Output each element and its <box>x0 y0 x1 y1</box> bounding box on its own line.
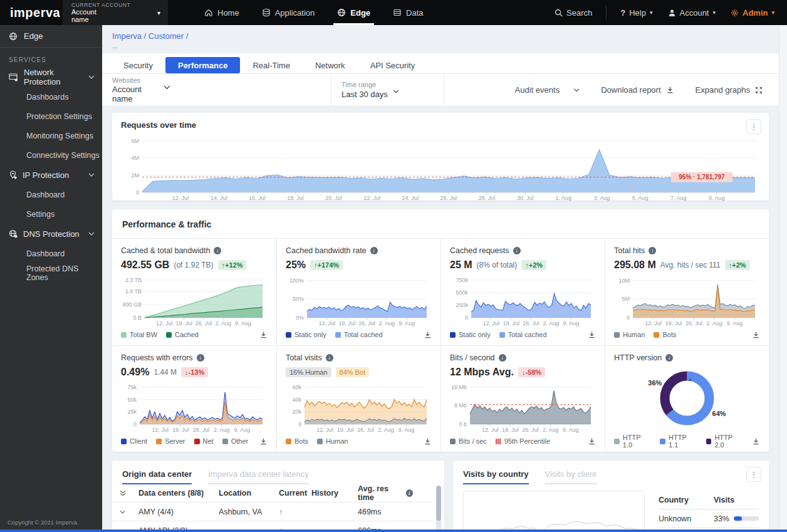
info-icon[interactable]: i <box>370 247 378 254</box>
legend-human[interactable]: Human <box>317 437 348 445</box>
download-icon[interactable] <box>588 331 596 339</box>
download-icon[interactable] <box>588 437 596 446</box>
sidebar-group-dns-protection[interactable]: DNS Protection <box>0 224 102 244</box>
legend-static-only[interactable]: Static only <box>286 331 326 338</box>
card-bits-per-second: Bits / secondi 12 Mbps Avg.↓-58% 0 b8 Mb… <box>440 345 605 452</box>
legend-cached[interactable]: Cached <box>166 331 199 338</box>
sidebar-item-ip-dashboard[interactable]: Dashboard <box>0 185 102 204</box>
info-icon[interactable]: i <box>649 247 656 254</box>
admin-menu[interactable]: Admin▾ <box>723 8 787 18</box>
sidebar-group-ip-protection[interactable]: IP Protection <box>0 165 102 185</box>
svg-text:500k: 500k <box>456 289 468 296</box>
time-range-filter[interactable]: Time range Last 30 days <box>331 74 444 106</box>
nav-item-data[interactable]: Data <box>382 0 434 25</box>
download-icon[interactable] <box>259 331 268 339</box>
nav-item-edge[interactable]: Edge <box>326 0 382 25</box>
metric-value: 25 M <box>450 259 472 271</box>
tab-visits-by-country[interactable]: Visits by country <box>463 469 529 484</box>
svg-text:2M: 2M <box>131 172 139 179</box>
svg-text:26. Jul: 26. Jul <box>685 320 702 326</box>
sidebar-item-ip-settings[interactable]: Settings <box>0 204 102 224</box>
legend-client[interactable]: Client <box>121 437 147 445</box>
legend-http-1-1[interactable]: HTTP 1.1 <box>660 434 697 449</box>
svg-text:26. Jul: 26. Jul <box>357 427 374 433</box>
table-row[interactable]: AMY (4/4) Ashburn, VA ↑ 469ms <box>112 502 433 521</box>
sidebar-item-edge[interactable]: Edge <box>0 25 102 48</box>
svg-text:0: 0 <box>133 421 137 427</box>
download-report-button[interactable]: Download report <box>601 85 674 95</box>
download-icon[interactable] <box>259 437 268 446</box>
legend-95th-percentile[interactable]: 95th Percentile <box>496 437 550 445</box>
search-icon <box>555 9 563 17</box>
audit-events-dropdown[interactable]: Audit events <box>515 85 580 95</box>
expand-all-icon[interactable] <box>120 490 138 496</box>
tab-network[interactable]: Network <box>303 57 358 73</box>
sidebar-item-dashboards[interactable]: Dashboards <box>0 87 102 107</box>
tab-origin-data-center[interactable]: Origin data center <box>122 469 192 484</box>
legend-net[interactable]: Net <box>194 437 214 445</box>
card-title: Bits / second <box>450 353 495 362</box>
sidebar-item-monitoring-settings[interactable]: Monitoring Settings <box>0 126 102 145</box>
tab-visits-by-client[interactable]: Visits by client <box>545 469 597 484</box>
table-header-row: Data centers (8/8) Location Current Hist… <box>112 484 433 502</box>
info-icon[interactable]: i <box>406 489 413 497</box>
card-title: Cached requests <box>450 246 509 255</box>
legend-static-only[interactable]: Static only <box>450 331 491 338</box>
tab-real-time[interactable]: Real-Time <box>240 57 302 73</box>
sidebar-item-dns-dashboard[interactable]: Dashboard <box>0 244 102 263</box>
legend-total-cached[interactable]: Total cached <box>499 331 547 338</box>
tab-security[interactable]: Security <box>111 57 165 73</box>
svg-text:9. Aug: 9. Aug <box>399 320 415 326</box>
svg-text:36%: 36% <box>648 379 662 387</box>
sidebar-group-network-protection[interactable]: Network Protection <box>0 67 102 87</box>
sidebar-item-protection-settings[interactable]: Protection Settings <box>0 107 102 126</box>
sidebar-item-connectivity-settings[interactable]: Connectivity Settings <box>0 145 102 165</box>
download-icon[interactable] <box>752 331 760 339</box>
current-account-selector[interactable]: CURRENT ACCOUNT Account name ▾ <box>63 0 168 25</box>
legend-http-2-0[interactable]: HTTP 2.0 <box>706 434 743 449</box>
table-scrollbar[interactable] <box>436 486 441 532</box>
kebab-menu-icon[interactable]: ⋮ <box>746 467 761 482</box>
info-icon[interactable]: i <box>197 354 204 362</box>
sidebar-item-protected-dns-zones[interactable]: Protected DNS Zones <box>0 263 102 283</box>
download-icon[interactable] <box>424 437 432 446</box>
page-scrollbar[interactable] <box>779 25 787 532</box>
breadcrumb-path[interactable]: Imperva / Customer / <box>112 31 769 41</box>
websites-value: Account name <box>112 85 159 104</box>
sidebar-services-label: SERVICES <box>0 48 102 67</box>
info-icon[interactable]: i <box>214 247 221 254</box>
chevron-down-icon[interactable] <box>120 510 138 514</box>
copyright-text: Copyright © 2021 Imperva <box>8 519 77 526</box>
expand-graphs-button[interactable]: Expand graphs <box>696 85 763 95</box>
table-row[interactable]: Unknown 33% <box>659 509 759 528</box>
help-menu[interactable]: ? Help▾ <box>613 8 660 18</box>
info-icon[interactable]: i <box>665 354 673 362</box>
info-icon[interactable]: i <box>326 354 333 362</box>
legend-http-1-0[interactable]: HTTP 1.0 <box>614 434 651 449</box>
info-icon[interactable]: i <box>513 247 521 254</box>
download-icon[interactable] <box>424 331 432 339</box>
legend-human[interactable]: Human <box>614 331 645 338</box>
legend-server[interactable]: Server <box>156 437 185 445</box>
search-button[interactable]: Search <box>547 8 600 18</box>
download-icon[interactable] <box>752 437 760 446</box>
legend-bits-sec[interactable]: Bits / sec <box>450 437 487 445</box>
imperva-logo[interactable]: imperva <box>0 0 63 25</box>
card-cached-bandwidth-rate: Cached bandwidth ratei 25%↑+174% 0%50%10… <box>276 239 440 345</box>
websites-filter[interactable]: Websites Account name <box>102 74 331 106</box>
legend-other[interactable]: Other <box>222 437 249 445</box>
legend-bots[interactable]: Bots <box>654 331 676 338</box>
kebab-menu-icon[interactable]: ⋮ <box>746 119 761 134</box>
legend-bots[interactable]: Bots <box>286 437 308 445</box>
requests-over-time-card: Requests over time ⋮ 02M4M6M12. Jul14. J… <box>112 113 769 201</box>
info-icon[interactable]: i <box>499 354 506 362</box>
account-menu[interactable]: Account▾ <box>660 8 724 18</box>
legend-total-bw[interactable]: Total BW <box>121 331 157 338</box>
legend-total-cached[interactable]: Total cached <box>335 331 383 338</box>
tab-api-security[interactable]: API Security <box>358 57 428 73</box>
svg-text:28. Jul: 28. Jul <box>479 195 496 201</box>
tab-performance[interactable]: Performance <box>165 57 240 73</box>
nav-item-home[interactable]: Home <box>193 0 251 25</box>
nav-item-application[interactable]: Application <box>251 0 326 25</box>
tab-imperva-data-center-latency[interactable]: Imperva data center latency <box>208 469 308 484</box>
